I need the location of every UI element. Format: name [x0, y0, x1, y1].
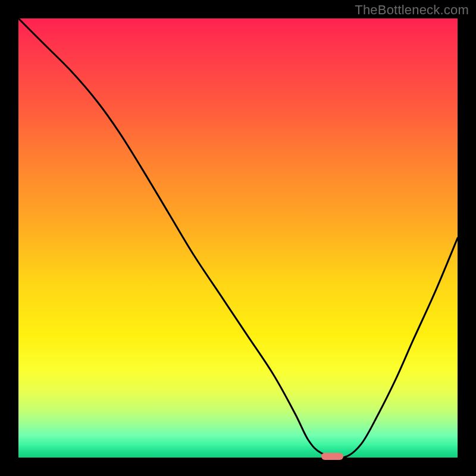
plot-area: [18, 18, 458, 458]
bottleneck-curve: [18, 18, 458, 458]
chart-frame: TheBottleneck.com: [0, 0, 476, 476]
curve-layer: [18, 18, 458, 458]
watermark-text: TheBottleneck.com: [355, 2, 469, 18]
optimal-marker: [321, 453, 343, 460]
